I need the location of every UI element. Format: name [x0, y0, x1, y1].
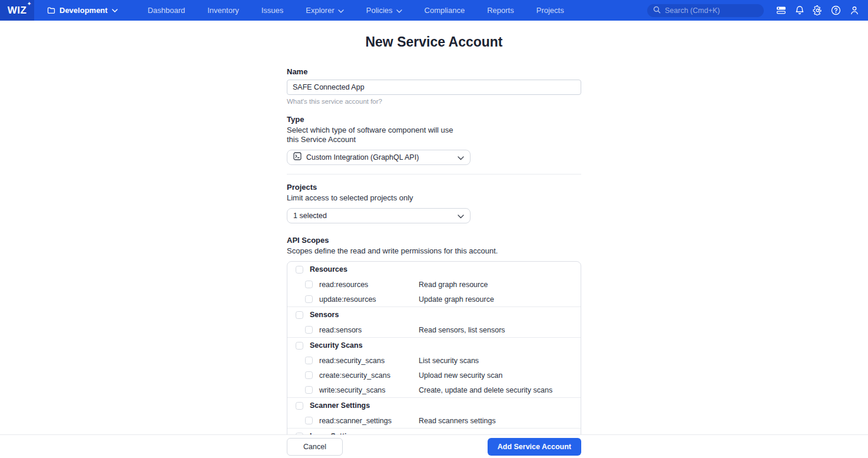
- group-checkbox[interactable]: [296, 266, 303, 274]
- nav-item-issues[interactable]: Issues: [250, 6, 295, 15]
- name-section: Name What's this service account for?: [287, 67, 581, 105]
- scope-row: create:security_scansUpload new security…: [287, 368, 581, 383]
- nav-item-reports[interactable]: Reports: [476, 6, 525, 15]
- name-helper-text: What's this service account for?: [287, 98, 581, 105]
- scope-group-scanner-settings: Scanner Settingsread:scanner_settingsRea…: [287, 397, 581, 428]
- scope-name: read:security_scans: [319, 357, 412, 365]
- scope-group-title: Resources: [310, 265, 347, 274]
- chevron-down-icon: [396, 6, 402, 15]
- scope-name: create:security_scans: [319, 371, 412, 380]
- scope-group-header: Scanner Settings: [287, 398, 581, 413]
- scope-checkbox[interactable]: [305, 295, 313, 303]
- form-footer: Cancel Add Service Account: [0, 434, 868, 458]
- folder-icon: [47, 7, 55, 14]
- chevron-down-icon: [112, 9, 118, 12]
- scope-group-sensors: Sensorsread:sensorsRead sensors, list se…: [287, 307, 581, 337]
- scope-description: Upload new security scan: [419, 371, 502, 380]
- top-navigation-bar: WIZ✦ Development DashboardInventoryIssue…: [0, 0, 868, 21]
- search-icon: [653, 5, 661, 16]
- project-scope-selector[interactable]: Development: [47, 6, 118, 15]
- scope-group-issue-settings: Issue Settingsread:issue_settingsRead is…: [287, 428, 581, 434]
- scope-row: read:sensorsRead sensors, list sensors: [287, 322, 581, 337]
- cancel-button[interactable]: Cancel: [287, 438, 343, 456]
- scope-description: Read scanners settings: [419, 417, 496, 425]
- chevron-down-icon: [338, 6, 344, 15]
- group-checkbox[interactable]: [296, 311, 303, 319]
- help-icon[interactable]: [827, 0, 845, 21]
- wiz-logo[interactable]: WIZ✦: [0, 0, 34, 21]
- search-input[interactable]: [665, 6, 753, 15]
- scope-group-header: Security Scans: [287, 338, 581, 353]
- scope-checkbox[interactable]: [305, 386, 313, 394]
- projects-dropdown-value: 1 selected: [293, 212, 453, 220]
- projects-description: Limit access to selected projects only: [287, 193, 581, 203]
- scope-group-security-scans: Security Scansread:security_scansList se…: [287, 337, 581, 397]
- project-scope-label: Development: [59, 6, 108, 15]
- scope-name: read:sensors: [319, 326, 412, 334]
- api-scopes-list: Resourcesread:resourcesRead graph resour…: [287, 261, 581, 434]
- name-label: Name: [287, 67, 581, 76]
- scope-row: update:resourcesUpdate graph resource: [287, 292, 581, 307]
- group-checkbox[interactable]: [296, 342, 303, 350]
- api-scopes-label: API Scopes: [287, 236, 581, 245]
- notifications-bell-icon[interactable]: [790, 0, 809, 21]
- type-label: Type: [287, 115, 581, 124]
- nav-item-compliance[interactable]: Compliance: [413, 6, 476, 15]
- page-title: New Service Account: [287, 34, 581, 50]
- sparkle-icon: ✦: [27, 1, 31, 6]
- nav-item-policies[interactable]: Policies: [355, 6, 413, 15]
- scope-name: update:resources: [319, 295, 412, 304]
- changelog-icon[interactable]: [772, 0, 790, 21]
- api-scopes-section: API Scopes Scopes define the read and wr…: [287, 236, 581, 434]
- scope-group-header: Resources: [287, 262, 581, 277]
- scope-group-title: Sensors: [310, 311, 339, 319]
- projects-label: Projects: [287, 183, 581, 192]
- add-service-account-button[interactable]: Add Service Account: [488, 438, 581, 456]
- type-section: Type Select which type of software compo…: [287, 115, 581, 165]
- service-account-name-input[interactable]: [287, 80, 581, 95]
- scope-group-resources: Resourcesread:resourcesRead graph resour…: [287, 262, 581, 307]
- nav-item-dashboard[interactable]: Dashboard: [137, 6, 197, 15]
- projects-section: Projects Limit access to selected projec…: [287, 183, 581, 223]
- scope-group-title: Security Scans: [310, 341, 363, 350]
- scope-name: write:security_scans: [319, 386, 412, 394]
- settings-gear-icon[interactable]: [809, 0, 827, 21]
- scope-checkbox[interactable]: [305, 281, 313, 288]
- scope-description: Read sensors, list sensors: [419, 326, 505, 334]
- scope-group-header: Issue Settings: [287, 429, 581, 434]
- scope-checkbox[interactable]: [305, 371, 313, 379]
- scope-row: read:security_scansList security scans: [287, 353, 581, 368]
- scope-row: read:scanner_settingsRead scanners setti…: [287, 413, 581, 428]
- wiz-logo-text: WIZ: [8, 5, 27, 16]
- scope-row: read:resourcesRead graph resource: [287, 277, 581, 292]
- chevron-down-icon: [458, 152, 464, 163]
- group-checkbox[interactable]: [296, 402, 303, 410]
- scope-group-header: Sensors: [287, 307, 581, 322]
- type-dropdown[interactable]: Custom Integration (GraphQL API): [287, 150, 471, 165]
- scope-description: Create, update and delete security scans: [419, 386, 552, 394]
- user-icon[interactable]: [845, 0, 863, 21]
- scope-checkbox[interactable]: [305, 417, 313, 424]
- terminal-icon: [293, 152, 302, 163]
- page-content: New Service Account Name What's this ser…: [0, 21, 868, 434]
- nav-right-section: [647, 0, 868, 21]
- scope-name: read:scanner_settings: [319, 417, 412, 425]
- nav-item-explorer[interactable]: Explorer: [294, 6, 355, 15]
- scope-description: Update graph resource: [419, 295, 494, 304]
- scope-description: List security scans: [419, 357, 479, 365]
- scope-checkbox[interactable]: [305, 326, 313, 334]
- scope-checkbox[interactable]: [305, 357, 313, 364]
- chevron-down-icon: [458, 210, 464, 221]
- api-scopes-description: Scopes define the read and write permiss…: [287, 246, 581, 256]
- scope-row: write:security_scansCreate, update and d…: [287, 383, 581, 397]
- type-description: Select which type of software component …: [287, 126, 463, 144]
- type-dropdown-value: Custom Integration (GraphQL API): [306, 153, 453, 162]
- section-divider: [287, 174, 581, 174]
- scope-description: Read graph resource: [419, 281, 488, 289]
- global-search[interactable]: [647, 4, 764, 17]
- projects-dropdown[interactable]: 1 selected: [287, 208, 471, 223]
- main-nav-items: DashboardInventoryIssuesExplorerPolicies…: [137, 6, 575, 15]
- nav-item-inventory[interactable]: Inventory: [196, 6, 250, 15]
- scope-group-title: Scanner Settings: [310, 401, 370, 410]
- nav-item-projects[interactable]: Projects: [525, 6, 575, 15]
